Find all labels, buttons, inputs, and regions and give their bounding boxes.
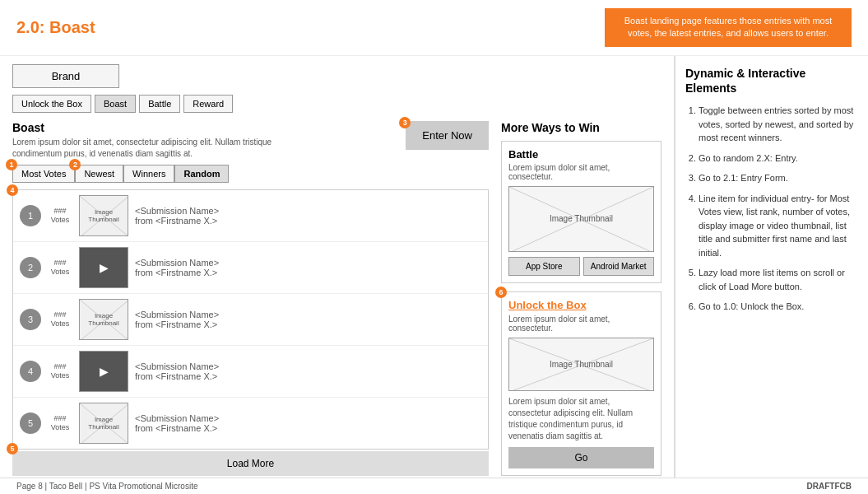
load-more-button[interactable]: Load More — [12, 451, 489, 476]
badge-4: 4 — [7, 184, 18, 196]
entry-votes-2: ###Votes — [48, 310, 72, 329]
footer-left: Page 8 | Taco Bell | PS Vita Promotional… — [16, 482, 198, 491]
entry-votes-1: ###Votes — [48, 259, 72, 277]
sort-tab-2-container: 2 Newest — [75, 165, 123, 183]
dynamic-sidebar: Dynamic & Interactive Elements Toggle be… — [675, 56, 868, 492]
entry-votes-3: ###Votes — [48, 362, 72, 380]
entry-thumbnail-3: ▶ — [79, 351, 128, 392]
main-layout: Brand Unlock the Box Boast Battle Reward… — [0, 56, 868, 492]
enter-now-container: 3 Enter Now — [406, 121, 489, 150]
android-market-button[interactable]: Android Market — [583, 257, 655, 276]
sort-tabs-container: 1 Most Votes 2 Newest Winners Random — [12, 165, 229, 183]
header-note: Boast landing page features those entrie… — [605, 8, 852, 47]
go-button[interactable]: Go — [508, 447, 654, 468]
entry-info-0: <Submission Name>from <Firstname X.> — [135, 206, 219, 226]
battle-thumbnail: Image Thumbnail — [508, 186, 654, 252]
unlock-short-desc: Lorem ipsum dolor sit amet, consectetur. — [508, 315, 654, 333]
entry-number: 1 — [20, 205, 41, 226]
footer: Page 8 | Taco Bell | PS Vita Promotional… — [0, 478, 868, 494]
tab-unlock-the-box[interactable]: Unlock the Box — [12, 95, 91, 113]
entry-info-3: <Submission Name>from <Firstname X.> — [135, 361, 219, 381]
right-column: More Ways to Win Battle Lorem ipsum dolo… — [501, 121, 661, 476]
tab-battle[interactable]: Battle — [139, 95, 180, 113]
battle-title: Battle — [508, 148, 654, 161]
sidebar-item-5: Lazy load more list items on scroll or c… — [699, 266, 858, 293]
unlock-the-box-link[interactable]: Unlock the Box — [508, 299, 587, 311]
entry-number: 3 — [20, 309, 41, 330]
battle-widget: Battle Lorem ipsum dolor sit amet, conse… — [501, 141, 661, 283]
badge-1: 1 — [6, 159, 17, 170]
entry-number: 2 — [20, 257, 41, 278]
entry-item: 1 ###Votes Image Thumbnail <Submission N… — [13, 190, 488, 242]
section-title: Boast — [12, 121, 300, 134]
sort-tab-winners[interactable]: Winners — [123, 165, 174, 183]
footer-right: DRAFTFCB — [807, 482, 852, 491]
more-ways-title: More Ways to Win — [501, 121, 661, 134]
sort-tab-newest[interactable]: Newest — [75, 165, 123, 183]
sort-tab-most-votes[interactable]: Most Votes — [12, 165, 75, 183]
sidebar-title: Dynamic & Interactive Elements — [685, 66, 858, 96]
header: 2.0: Boast Boast landing page features t… — [0, 0, 868, 56]
content-area: Brand Unlock the Box Boast Battle Reward… — [0, 56, 675, 492]
unlock-long-desc: Lorem ipsum dolor sit amet, consectetur … — [508, 396, 654, 442]
entry-votes-4: ###Votes — [48, 414, 72, 432]
unlock-widget: 6 Unlock the Box Lorem ipsum dolor sit a… — [501, 291, 661, 476]
entry-votes-0: ###Votes — [48, 207, 72, 225]
entry-number: 5 — [20, 412, 41, 434]
badge-5: 5 — [7, 443, 18, 454]
left-column: Boast Lorem ipsum dolor sit amet, consec… — [12, 121, 489, 476]
app-store-button[interactable]: App Store — [508, 257, 580, 276]
entry-item: 4 ###Votes ▶ <Submission Name>from <Firs… — [13, 346, 488, 398]
page-title: 2.0: Boast — [16, 18, 95, 37]
brand-button[interactable]: Brand — [12, 64, 119, 88]
entry-thumbnail-1: ▶ — [79, 247, 128, 288]
entry-number: 4 — [20, 361, 41, 382]
badge-3: 3 — [399, 117, 411, 128]
section-left: Boast Lorem ipsum dolor sit amet, consec… — [12, 121, 300, 160]
sidebar-item-1: Toggle between entries sorted by most vo… — [699, 104, 858, 145]
two-col-layout: Boast Lorem ipsum dolor sit amet, consec… — [12, 121, 661, 476]
sort-tab-random[interactable]: Random — [174, 165, 229, 183]
nav-tabs: Unlock the Box Boast Battle Reward — [12, 95, 661, 113]
entry-item: 3 ###Votes Image Thumbnail <Submission N… — [13, 294, 488, 346]
enter-now-button[interactable]: Enter Now — [406, 121, 489, 150]
section-description: Lorem ipsum dolor sit amet, consectetur … — [12, 137, 300, 160]
sidebar-list: Toggle between entries sorted by most vo… — [685, 104, 858, 314]
entry-info-2: <Submission Name>from <Firstname X.> — [135, 310, 219, 329]
entry-list: 4 1 ###Votes Image Thumbnail <Submission… — [12, 189, 489, 450]
entry-info-1: <Submission Name>from <Firstname X.> — [135, 258, 219, 277]
sidebar-item-4: Line item for individual entry- for Most… — [699, 192, 858, 260]
entry-item: 2 ###Votes ▶ <Submission Name>from <Firs… — [13, 242, 488, 294]
battle-buttons: App Store Android Market — [508, 257, 654, 276]
sidebar-item-6: Go to 1.0: Unlock the Box. — [699, 300, 858, 314]
sidebar-item-2: Go to random 2.X: Entry. — [699, 151, 858, 165]
entry-item: 5 5 ###Votes Image Thumbnail <Submission… — [13, 398, 488, 449]
unlock-thumbnail: Image Thumbnail — [508, 338, 654, 391]
section-header: Boast Lorem ipsum dolor sit amet, consec… — [12, 121, 489, 160]
entry-thumbnail-4: Image Thumbnail — [79, 403, 128, 444]
tab-boast[interactable]: Boast — [95, 95, 136, 113]
battle-description: Lorem ipsum dolor sit amet, consectetur. — [508, 163, 654, 181]
sidebar-item-3: Go to 2.1: Entry Form. — [699, 171, 858, 185]
entry-info-4: <Submission Name>from <Firstname X.> — [135, 413, 219, 433]
entry-thumbnail-2: Image Thumbnail — [79, 299, 128, 340]
entry-thumbnail-0: Image Thumbnail — [79, 195, 128, 236]
badge-6: 6 — [495, 287, 507, 298]
tab-reward[interactable]: Reward — [183, 95, 233, 113]
